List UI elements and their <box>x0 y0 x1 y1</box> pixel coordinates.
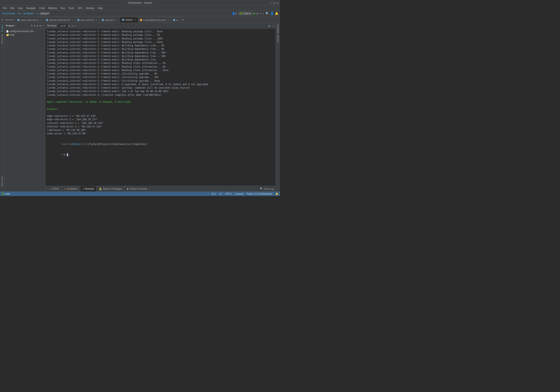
database-strip[interactable]: Database <box>277 24 279 33</box>
tab-co[interactable]: co <box>171 17 181 23</box>
sciview-strip[interactable]: SciView <box>277 34 279 42</box>
menu-navigate[interactable]: Navigate <box>25 6 37 10</box>
btab-python-console[interactable]: ▶ Python Console <box>125 186 150 192</box>
profile-button[interactable]: 👤 <box>270 12 274 15</box>
project-settings-button[interactable]: ⚙ <box>39 24 41 27</box>
favorites-strip-icon[interactable]: Favorites <box>1 176 4 187</box>
menu-vcs[interactable]: VCS <box>76 6 84 10</box>
menu-help[interactable]: Help <box>97 6 104 10</box>
terminal-cursor <box>67 153 68 156</box>
btab-python-packages[interactable]: 🐍 Python Packages <box>97 186 125 192</box>
tab-internal-redirectors[interactable]: internal-redirectors.tf ✕ <box>44 17 75 23</box>
branch-selector[interactable]: 🌿 main ▾ <box>238 12 252 15</box>
term-output-1: edge-redirector-2 = "104.200.28.237" <box>47 118 274 121</box>
breadcrumb-icon: ✦ <box>37 12 39 15</box>
tab-close-edge[interactable]: ✕ <box>40 19 42 21</box>
menu-run[interactable]: Run <box>59 6 66 10</box>
breadcrumb-templates[interactable]: templates <box>23 12 34 15</box>
term-cursor-line: └─$ <box>47 150 274 160</box>
user-icon[interactable]: 👤▾ <box>232 12 237 15</box>
bottom-tabs: ≡ TODO ⚠ Problems ▪ Terminal 🐍 Python Pa… <box>45 186 276 191</box>
btab-todo[interactable]: ≡ TODO <box>47 186 61 192</box>
tab-toolbar-icon3[interactable]: ⇅ <box>9 18 10 21</box>
tab-toolbar-icon2[interactable]: ≡ <box>7 18 9 21</box>
project-collapse-button[interactable]: ≡ <box>34 24 36 27</box>
term-output-5: team-server = "66.228.47.96" <box>47 132 274 135</box>
minimize-button[interactable]: ─ <box>270 1 272 4</box>
breadcrumb-src[interactable]: src <box>18 12 21 15</box>
run-button[interactable]: ▶ <box>253 11 256 15</box>
tab-edge-redirectors[interactable]: edge-redirectors.tf ✕ <box>15 17 44 23</box>
project-panel-header: Project ▾ ⊕ ≡ ⇅ ⚙ ─ <box>4 23 45 29</box>
menu-file[interactable]: File <box>2 6 8 10</box>
terminal-output[interactable]: linode_instance.internal-redirector-2 (r… <box>45 29 276 186</box>
search-everywhere[interactable]: 🔍 <box>266 12 269 15</box>
terminal-minimize[interactable]: ─ <box>272 24 274 27</box>
btab-problems-label: Problems <box>67 187 78 190</box>
notifications-button[interactable]: 🔔 <box>275 12 278 15</box>
tab-setup[interactable]: setup.tf ✕ <box>120 17 138 23</box>
commit-button[interactable]: ✓ <box>263 12 264 15</box>
status-encoding[interactable]: UTF-8 <box>225 192 231 195</box>
status-line-ending[interactable]: LF <box>219 192 222 195</box>
update-button[interactable]: ↑ <box>260 12 261 15</box>
menu-window[interactable]: Window <box>84 6 96 10</box>
terminal-dropdown[interactable]: ▾ <box>74 24 76 27</box>
tab-close-internal[interactable]: ✕ <box>71 19 73 21</box>
tab-cleanup[interactable]: cleanup.tf ✕ <box>100 17 120 23</box>
window-controls: ─ □ ✕ <box>270 1 278 4</box>
terminal-local-tab[interactable]: Local <box>58 24 67 28</box>
tab-close-team[interactable]: ✕ <box>96 19 98 21</box>
tree-item-config[interactable]: 📄 config-teamserver.yml... <box>4 30 45 33</box>
project-strip-icon[interactable]: Project <box>1 23 4 33</box>
status-right: 21:1 LF UTF-8 2 spaces Python 3.9 (C2Aut… <box>211 192 278 195</box>
build-button[interactable]: ⚙ <box>257 12 258 15</box>
status-vcs[interactable]: 🌿 main <box>2 192 10 195</box>
toolbar-right: 👤▾ 🌿 main ▾ ▶ ⚙ ↑ ✓ 🔍 👤 🔔 <box>232 11 278 15</box>
menu-refactor[interactable]: Refactor <box>47 6 59 10</box>
terminal-settings[interactable]: ⚙ <box>268 24 270 27</box>
tab-toolbar-settings[interactable]: ⚙ <box>11 18 12 21</box>
structure-strip-icon[interactable]: Structure <box>1 33 4 45</box>
close-button[interactable]: ✕ <box>277 1 278 4</box>
project-panel-toggle[interactable]: ☰ <box>0 17 4 23</box>
tab-config-lighthouse[interactable]: config-lighthouse.yaml ✕ <box>138 17 171 23</box>
tab-close-lighthouse[interactable]: ✕ <box>167 19 169 21</box>
btab-problems[interactable]: ⚠ Problems <box>61 186 80 192</box>
project-panel-toolbar: ⊕ ≡ ⇅ ⚙ ─ <box>31 24 44 27</box>
maximize-button[interactable]: □ <box>273 1 275 4</box>
status-notification-icon: 🔔 <box>276 192 278 195</box>
project-locate-button[interactable]: ⊕ <box>31 24 33 27</box>
project-sort-button[interactable]: ⇅ <box>37 24 38 27</box>
folder-icon-web: 📁 <box>6 33 9 36</box>
term-line-0: linode_instance.internal-redirector-2 (r… <box>47 30 274 33</box>
term-outputs-label: Outputs: <box>47 107 274 111</box>
terminal-label: Terminal: <box>47 24 57 27</box>
menu-edit[interactable]: Edit <box>9 6 16 10</box>
menu-tools[interactable]: Tools <box>67 6 75 10</box>
right-tool-strip: Database SciView <box>276 23 280 191</box>
breadcrumb-file[interactable]: setup.tf <box>39 12 50 15</box>
more-tabs-button[interactable]: » <box>181 18 185 21</box>
terminal-new-tab[interactable]: + <box>71 24 73 27</box>
tab-team-server[interactable]: team-server.tf ✕ <box>75 17 100 23</box>
prompt-user: (d3d <box>70 143 75 146</box>
tab-toolbar-close[interactable]: ─ <box>13 18 14 21</box>
event-log-button[interactable]: 🔍 Event Log <box>260 187 274 190</box>
breadcrumb-project[interactable]: C2Automate <box>2 12 15 15</box>
btab-terminal[interactable]: ▪ Terminal <box>80 186 97 192</box>
menu-view[interactable]: View <box>16 6 24 10</box>
term-output-0: edge-redirector-1 = "66.228.47.130" <box>47 114 274 118</box>
tab-close-setup[interactable]: ✕ <box>134 19 136 21</box>
menu-code[interactable]: Code <box>38 6 46 10</box>
terminal-tab-close[interactable]: ✕ <box>68 24 70 27</box>
status-indent[interactable]: 2 spaces <box>235 192 244 195</box>
status-position[interactable]: 21:1 <box>211 192 216 195</box>
project-close-button[interactable]: ─ <box>42 24 44 27</box>
tree-item-web[interactable]: 📁 web <box>4 33 45 37</box>
term-line-9: linode_instance.internal-redirector-2 (r… <box>47 61 274 65</box>
tab-toolbar-icon1[interactable]: ⊕ <box>5 18 7 21</box>
term-line-15: linode_instance.internal-redirector-2 (r… <box>47 83 274 86</box>
tab-close-cleanup[interactable]: ✕ <box>116 19 118 21</box>
status-python[interactable]: Python 3.9 (C2Automate) <box>247 192 272 195</box>
